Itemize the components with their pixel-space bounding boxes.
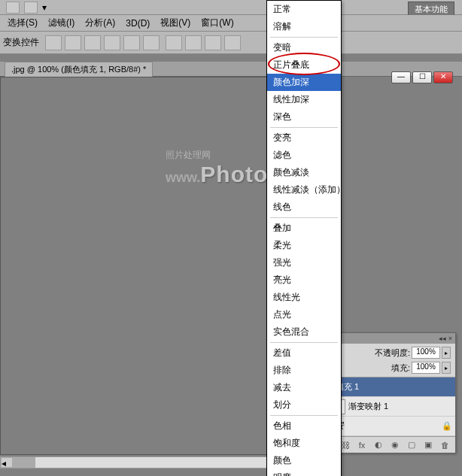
tool-icon[interactable]	[6, 2, 20, 14]
blend-normal[interactable]: 正常	[267, 1, 341, 18]
fill-label: 填充:	[391, 362, 410, 374]
blend-overlay[interactable]: 叠加	[267, 220, 341, 237]
separator	[270, 217, 338, 218]
scroll-track[interactable]	[35, 457, 273, 468]
scroll-left-arrow[interactable]: ◂	[1, 457, 13, 468]
layer-name[interactable]: 色填充 1	[327, 381, 452, 393]
blend-vivid-light[interactable]: 亮光	[267, 271, 341, 289]
blend-lighter-color[interactable]: 线色	[267, 199, 341, 216]
horizontal-scrollbar[interactable]: ◂ ▸	[0, 456, 286, 468]
blend-linear-light[interactable]: 线性光	[267, 289, 341, 306]
align-icons-group	[45, 35, 160, 50]
dist-icon[interactable]	[166, 35, 182, 50]
options-bar: 变换控件	[0, 32, 462, 54]
layer-name[interactable]: 背景	[327, 420, 439, 432]
document-tab[interactable]: .jpg @ 100% (颜色填充 1, RGB/8#) *	[5, 62, 153, 77]
menu-analysis[interactable]: 分析(A)	[81, 15, 120, 31]
layer-name[interactable]: 渐变映射 1	[348, 401, 452, 412]
blend-linear-burn[interactable]: 线性加深	[267, 91, 341, 108]
opacity-label: 不透明度:	[375, 347, 410, 359]
menu-window[interactable]: 窗口(W)	[196, 15, 238, 31]
title-toolbar: ▾ 基本功能	[0, 0, 462, 15]
blend-divide[interactable]: 划分	[267, 396, 341, 414]
align-icon[interactable]	[84, 35, 101, 50]
blend-color-burn[interactable]: 颜色加深	[267, 74, 341, 91]
delete-layer-icon[interactable]: 🗑	[439, 441, 451, 450]
separator	[270, 37, 338, 38]
maximize-button[interactable]: ☐	[412, 71, 432, 83]
menu-select[interactable]: 选择(S)	[3, 15, 42, 31]
menu-view[interactable]: 视图(V)	[156, 15, 195, 31]
blend-hard-light[interactable]: 强光	[267, 254, 341, 271]
opacity-flyout[interactable]: ▸	[442, 347, 451, 359]
align-icon[interactable]	[65, 35, 81, 50]
transform-controls-label: 变换控件	[3, 36, 39, 49]
blend-screen[interactable]: 滤色	[267, 147, 341, 164]
blend-exclusion[interactable]: 排除	[267, 362, 341, 379]
blend-saturation[interactable]: 饱和度	[267, 435, 341, 452]
mask-icon[interactable]: ◐	[372, 440, 384, 450]
distribute-icons-group	[166, 35, 241, 50]
blend-darker-color[interactable]: 深色	[267, 108, 341, 126]
dist-icon[interactable]	[205, 35, 221, 50]
close-button[interactable]: ✕	[433, 71, 453, 83]
align-icon[interactable]	[123, 35, 140, 50]
blend-hard-mix[interactable]: 实色混合	[267, 323, 341, 341]
blend-linear-dodge[interactable]: 线性减淡（添加）	[267, 181, 341, 199]
opacity-input[interactable]: 100%	[412, 347, 440, 359]
blend-hue[interactable]: 色相	[267, 417, 341, 435]
fill-input[interactable]: 100%	[412, 362, 440, 374]
blend-lighten[interactable]: 变亮	[267, 129, 341, 147]
fill-flyout[interactable]: ▸	[442, 362, 451, 374]
align-icon[interactable]	[143, 35, 160, 50]
blend-soft-light[interactable]: 柔光	[267, 237, 341, 254]
scroll-thumb[interactable]	[13, 457, 35, 468]
dist-icon[interactable]	[224, 35, 241, 50]
dropdown-arrow[interactable]: ▾	[42, 2, 47, 13]
window-controls: — ☐ ✕	[391, 71, 453, 83]
blend-luminosity[interactable]: 明度	[267, 469, 341, 476]
blend-dissolve[interactable]: 溶解	[267, 18, 341, 35]
blend-subtract[interactable]: 减去	[267, 379, 341, 396]
blend-darken[interactable]: 变暗	[267, 39, 341, 56]
lock-icon: 🔒	[442, 421, 452, 431]
blend-mode-menu: 正常 溶解 变暗 正片叠底 颜色加深 线性加深 深色 变亮 滤色 颜色减淡 线性…	[266, 0, 342, 476]
blend-multiply[interactable]: 正片叠底	[267, 56, 341, 74]
blend-pin-light[interactable]: 点光	[267, 306, 341, 323]
new-layer-icon[interactable]: ▣	[422, 440, 434, 450]
group-icon[interactable]: ▢	[406, 440, 418, 450]
separator	[270, 342, 338, 343]
canvas[interactable]	[0, 77, 286, 455]
fx-icon[interactable]: fx	[356, 441, 368, 450]
separator	[270, 127, 338, 128]
menu-filter[interactable]: 滤镜(I)	[44, 15, 79, 31]
menu-bar: 选择(S) 滤镜(I) 分析(A) 3D(D) 视图(V) 窗口(W)	[0, 15, 462, 32]
arrange-icon[interactable]	[24, 2, 38, 14]
dist-icon[interactable]	[185, 35, 202, 50]
separator	[270, 415, 338, 416]
adjustment-icon[interactable]: ◉	[389, 440, 401, 450]
blend-difference[interactable]: 差值	[267, 344, 341, 362]
blend-color[interactable]: 颜色	[267, 452, 341, 469]
minimize-button[interactable]: —	[391, 71, 411, 83]
menu-3d[interactable]: 3D(D)	[121, 17, 154, 30]
align-icon[interactable]	[104, 35, 120, 50]
align-icon[interactable]	[45, 35, 62, 50]
blend-color-dodge[interactable]: 颜色减淡	[267, 164, 341, 181]
